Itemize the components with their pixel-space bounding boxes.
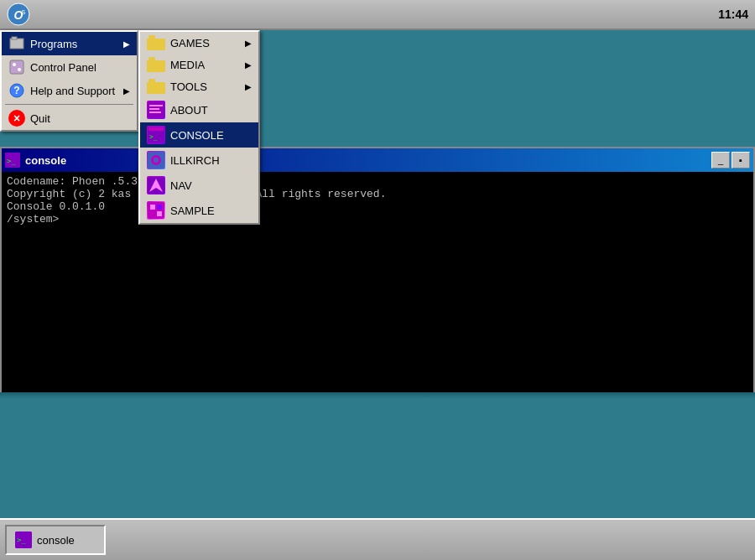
svg-rect-5 <box>10 60 23 74</box>
games-arrow-icon: ▶ <box>245 39 252 48</box>
console-line-3: Console 0.0.1.0 <box>7 200 748 213</box>
programs-submenu: GAMES ▶ MEDIA ▶ TOOLS ▶ <box>138 30 260 225</box>
submenu-item-media-label: MEDIA <box>170 59 205 71</box>
console-window-icon: >_ <box>5 153 20 168</box>
menu-item-help-label: Help and Support <box>30 85 115 97</box>
console-app-icon: >_ <box>147 126 165 144</box>
console-window-buttons: _ ▪ <box>711 152 750 169</box>
taskbar-logo: O s <box>7 3 30 26</box>
submenu-item-nav-label: NAV <box>170 179 192 192</box>
maximize-button[interactable]: ▪ <box>732 152 750 169</box>
submenu-item-sample-label: SAMPLE <box>170 205 215 217</box>
svg-rect-23 <box>150 205 155 210</box>
illkirch-app-icon <box>147 151 165 169</box>
minimize-button[interactable]: _ <box>711 152 730 169</box>
submenu-item-illkirch[interactable]: ILLKIRCH <box>140 148 258 173</box>
start-menu: Programs ▶ Control Panel ? Help <box>0 30 138 132</box>
taskbar-console-icon: >_ <box>15 531 32 548</box>
console-line-4: /system> <box>7 213 748 226</box>
console-titlebar: >_ console _ ▪ <box>2 148 753 172</box>
submenu-item-console-label: CONSOLE <box>170 129 224 142</box>
quit-icon <box>8 110 25 127</box>
start-menu-container: Programs ▶ Control Panel ? Help <box>0 30 138 132</box>
svg-rect-15 <box>148 127 164 131</box>
submenu-item-tools[interactable]: TOOLS ▶ <box>140 75 258 97</box>
console-line-2: Copyright (c) 2 kas Lipka, Point Mad. Al… <box>7 188 748 200</box>
submenu-item-media[interactable]: MEDIA ▶ <box>140 54 258 75</box>
control-panel-icon <box>8 59 25 75</box>
svg-point-19 <box>154 158 159 163</box>
help-arrow-icon: ▶ <box>123 86 130 96</box>
submenu-item-games-label: GAMES <box>170 37 210 49</box>
media-folder-icon <box>147 57 165 72</box>
svg-rect-24 <box>157 211 162 216</box>
svg-point-7 <box>18 68 21 71</box>
svg-text:>_: >_ <box>17 536 26 544</box>
svg-text:>_: >_ <box>149 133 158 141</box>
submenu-item-illkirch-label: ILLKIRCH <box>170 154 220 167</box>
console-window-title: console <box>25 154 66 167</box>
submenu-item-console[interactable]: >_ CONSOLE <box>140 122 258 148</box>
programs-icon <box>8 35 25 52</box>
svg-rect-3 <box>10 39 23 49</box>
svg-rect-13 <box>149 111 161 113</box>
menu-item-help[interactable]: ? Help and Support ▶ <box>2 79 137 102</box>
svg-rect-11 <box>149 105 163 106</box>
svg-point-6 <box>13 63 16 66</box>
os-logo-icon: O s <box>7 3 30 26</box>
tools-folder-icon <box>147 79 165 94</box>
menu-item-quit-label: Quit <box>30 112 50 125</box>
clock-display: 11:44 <box>718 8 748 21</box>
submenu-item-about[interactable]: ABOUT <box>140 97 258 122</box>
svg-rect-4 <box>12 37 17 39</box>
console-window: >_ console _ ▪ Codename: Phoen .5.3.0 Co… <box>0 147 755 394</box>
decorative-strip <box>0 392 755 399</box>
media-arrow-icon: ▶ <box>245 60 252 70</box>
submenu-item-nav[interactable]: NAV <box>140 173 258 198</box>
taskbar-task-console-label: console <box>37 534 75 547</box>
menu-item-control-panel-label: Control Panel <box>30 61 96 74</box>
help-icon: ? <box>8 82 25 99</box>
taskbar-bottom: >_ console <box>0 518 755 560</box>
svg-rect-25 <box>157 205 162 210</box>
tools-arrow-icon: ▶ <box>245 82 252 91</box>
nav-app-icon <box>147 176 165 194</box>
about-app-icon <box>147 101 165 119</box>
menu-item-programs-label: Programs <box>30 38 77 50</box>
taskbar-top: O s 11:44 <box>0 0 755 30</box>
svg-text:?: ? <box>13 85 19 96</box>
submenu-item-tools-label: TOOLS <box>170 80 207 93</box>
svg-text:>_: >_ <box>7 157 16 165</box>
menu-separator <box>5 104 133 105</box>
svg-text:s: s <box>22 8 26 16</box>
arrow-icon: ▶ <box>123 39 130 49</box>
submenu-item-about-label: ABOUT <box>170 104 208 117</box>
sample-app-icon <box>147 201 165 220</box>
games-folder-icon <box>147 35 165 50</box>
submenu-item-games[interactable]: GAMES ▶ <box>140 32 258 54</box>
menu-item-control-panel[interactable]: Control Panel <box>2 55 137 79</box>
menu-item-programs[interactable]: Programs ▶ <box>2 32 137 55</box>
taskbar-task-console[interactable]: >_ console <box>5 525 106 555</box>
menu-item-quit[interactable]: Quit <box>2 106 137 130</box>
submenu-item-sample[interactable]: SAMPLE <box>140 198 258 223</box>
console-line-1: Codename: Phoen .5.3.0 <box>7 175 748 188</box>
console-body[interactable]: Codename: Phoen .5.3.0 Copyright (c) 2 k… <box>2 172 753 392</box>
svg-rect-12 <box>149 108 159 110</box>
